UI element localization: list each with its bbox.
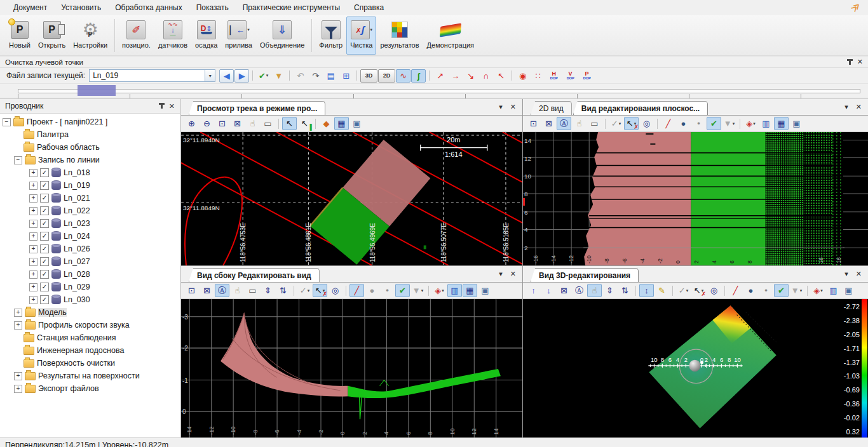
close-icon[interactable]: ✕: [857, 58, 863, 66]
open-button[interactable]: P Открыть: [34, 17, 69, 55]
snapshot-image-button[interactable]: ▣: [841, 284, 856, 297]
tree-checkbox[interactable]: ✓: [40, 219, 49, 228]
pan-hand-button[interactable]: ☝: [230, 284, 245, 297]
tree-checkbox[interactable]: ✓: [40, 295, 49, 304]
tree-expander-icon[interactable]: +: [29, 207, 37, 215]
accept-cursor-button[interactable]: ✓▾: [297, 284, 312, 297]
tree-expander-icon[interactable]: +: [14, 372, 22, 380]
circle-tool-button[interactable]: ●: [676, 117, 691, 130]
menu-document[interactable]: Документ: [6, 1, 54, 15]
next-record-button[interactable]: ▶: [234, 69, 249, 83]
tab-close-icon[interactable]: ✕: [510, 270, 516, 278]
positioning-button[interactable]: ✐ позицио.: [118, 17, 154, 55]
tree-checkbox[interactable]: ✓: [40, 206, 49, 215]
filter-funnel-button[interactable]: ▼: [271, 69, 286, 83]
track-canvas[interactable]: 20m 1:614 32°11.8940N 32°11.8849N 118°56…: [181, 132, 522, 265]
compress-vertical-button[interactable]: ⇅: [276, 284, 290, 297]
legend-columns-button[interactable]: ▥: [759, 117, 773, 130]
query-zoom-button[interactable]: ◎: [707, 284, 721, 297]
tree-checkbox[interactable]: ✓: [40, 232, 49, 241]
tree-item[interactable]: +Модель: [0, 306, 180, 319]
menu-data-processing[interactable]: Обработка данных: [108, 1, 189, 15]
tree-item[interactable]: Поверхность очистки: [0, 357, 180, 370]
tree-item[interactable]: −Проект - [ nanjin0221 ]: [0, 116, 180, 128]
zoom-area-button[interactable]: Ⓐ: [557, 117, 571, 130]
tree-item[interactable]: +✓Ln_024: [0, 230, 180, 243]
tree-item[interactable]: Станция наблюдения: [0, 331, 180, 344]
point-up-left-button[interactable]: ↖: [494, 69, 508, 83]
accept-cursor-button[interactable]: ✓▾: [676, 284, 691, 297]
tree-expander-icon[interactable]: +: [29, 283, 37, 291]
save-button[interactable]: ▤: [323, 69, 338, 83]
zoom-extent-button[interactable]: ⊠: [541, 117, 556, 130]
tree-item[interactable]: +✓Ln_022: [0, 204, 180, 217]
dot-tool-button[interactable]: •: [691, 117, 706, 130]
tab-2d-view[interactable]: 2D вид: [531, 101, 572, 115]
tab-plane-edit-view[interactable]: Вид редактирования плоскос...: [573, 101, 708, 115]
dot-tool-button[interactable]: •: [759, 284, 773, 297]
menu-help[interactable]: Справка: [347, 1, 391, 15]
pan-hand-button[interactable]: ☝: [572, 117, 587, 130]
zoom-in-button[interactable]: ⊕: [184, 117, 199, 130]
tree-checkbox[interactable]: ✓: [40, 181, 49, 190]
tree-item[interactable]: +Экспорт файлов: [0, 382, 180, 395]
line-tool-button[interactable]: ╱: [728, 284, 743, 297]
point-right-button[interactable]: →: [448, 69, 463, 83]
tree-expander-icon[interactable]: +: [29, 245, 37, 253]
grid-toggle-button[interactable]: ▦: [463, 284, 477, 297]
tab-menu-icon[interactable]: ▾: [499, 103, 503, 111]
tree-checkbox[interactable]: ✓: [40, 283, 49, 291]
snapshot-image-button[interactable]: ▣: [478, 284, 492, 297]
slider-track[interactable]: [18, 89, 860, 93]
snapshot-image-button[interactable]: ▣: [789, 117, 804, 130]
view3d-canvas[interactable]: 1086420246810 -2.72-2.38-2.05-1.71-1.37-…: [523, 299, 868, 437]
view-3d-button[interactable]: 3D: [360, 69, 377, 83]
tree-checkbox[interactable]: ✓: [40, 257, 49, 266]
move-down-button[interactable]: ↓: [541, 284, 556, 297]
filter-funnel-button[interactable]: ▼▾: [789, 284, 804, 297]
measure-ruler-button[interactable]: ▭: [261, 117, 275, 130]
tree-expander-icon[interactable]: +: [29, 169, 37, 177]
tree-expander-icon[interactable]: +: [14, 309, 22, 317]
delete-cursor-button[interactable]: ↖✗▾: [691, 284, 706, 297]
menu-show[interactable]: Показать: [189, 1, 236, 15]
palette-diamond-button[interactable]: ◆: [319, 117, 334, 130]
color-ramp-button[interactable]: ◈▾: [432, 284, 447, 297]
tree-expander-icon[interactable]: +: [29, 194, 37, 203]
tree-checkbox[interactable]: ✓: [40, 270, 49, 279]
dot-tool-button[interactable]: •: [380, 284, 395, 297]
tree-item[interactable]: +Профиль скорости звука: [0, 319, 180, 331]
pick-cursor-button[interactable]: ↖▐: [297, 117, 312, 130]
tree-expander-icon[interactable]: +: [29, 270, 37, 279]
menu-practical-tools[interactable]: Практические инструменты: [236, 1, 347, 15]
tree-item[interactable]: −Запись по линии: [0, 154, 180, 166]
point-down-right-button[interactable]: ↘: [463, 69, 478, 83]
record-position-slider[interactable]: [0, 84, 868, 98]
filter-funnel-button[interactable]: ▼▾: [410, 284, 425, 297]
slider-selection-handle[interactable]: [78, 85, 116, 96]
measure-ruler-button[interactable]: ▭: [587, 117, 602, 130]
clean-curve-button[interactable]: ʃ: [411, 69, 426, 83]
tree-checkbox[interactable]: ✓: [40, 244, 49, 253]
tree-expander-icon[interactable]: +: [14, 385, 22, 393]
zoom-out-button[interactable]: ⊖: [200, 117, 214, 130]
sensors-button[interactable]: ∿∿↓— датчиков: [154, 17, 191, 55]
transfer-button[interactable]: ⊞: [339, 69, 353, 83]
zoom-area-button[interactable]: Ⓐ: [572, 284, 587, 297]
combo-dropdown-icon[interactable]: ▼: [205, 69, 215, 82]
apply-check-button[interactable]: ✔▾: [256, 69, 271, 83]
tree-expander-icon[interactable]: +: [29, 220, 37, 228]
tab-track-view[interactable]: Просмотр трека в режиме про...: [189, 101, 325, 115]
pin-icon[interactable]: [161, 103, 163, 109]
measure-ruler-button[interactable]: ▭: [245, 284, 260, 297]
tree-expander-icon[interactable]: −: [14, 156, 22, 164]
color-ramp-button[interactable]: ◈▾: [743, 117, 758, 130]
line-tool-button[interactable]: ╱: [349, 284, 364, 297]
line-tool-button[interactable]: ╱: [661, 117, 675, 130]
confirm-check-button[interactable]: ✔: [395, 284, 410, 297]
tab-close-icon[interactable]: ✕: [856, 103, 862, 111]
tree-item[interactable]: +✓Ln_027: [0, 255, 180, 268]
target-button[interactable]: ◉: [515, 69, 530, 83]
filter-button[interactable]: Фильтр: [315, 17, 346, 55]
tab-close-icon[interactable]: ✕: [856, 270, 862, 278]
